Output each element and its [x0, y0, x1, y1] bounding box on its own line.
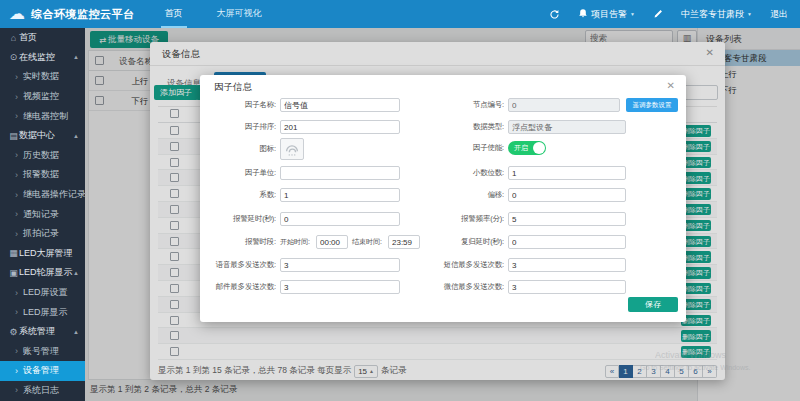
chevron-right-icon: ›: [15, 170, 18, 180]
sidebar-item-13[interactable]: ›LED屏设置: [0, 283, 85, 303]
sidebar-item-8[interactable]: ›继电器操作记录: [0, 185, 85, 205]
project-selector[interactable]: 中兰客专甘肃段 ▼: [681, 8, 752, 21]
led-icon: ▦: [8, 248, 19, 258]
end-time-label: 结束时间:: [352, 235, 382, 249]
wechat-max-label: 微信最多发送次数:: [426, 280, 504, 294]
factor-name-input[interactable]: [280, 98, 400, 112]
chevron-right-icon: ›: [15, 346, 18, 356]
start-time-input[interactable]: [316, 235, 348, 249]
factor-icon-label: 图标:: [202, 142, 276, 156]
topbar-right: 项目告警 ▼ 中兰客专甘肃段 ▼ 退出: [540, 0, 800, 28]
sidebar-item-11[interactable]: ▦LED大屏管理: [0, 244, 85, 264]
chevron-right-icon: ›: [15, 111, 18, 121]
chevron-right-icon: ›: [15, 307, 18, 317]
nav-bigscreen[interactable]: 大屏可视化: [213, 0, 266, 28]
brand-cloud-icon: ☁: [9, 0, 25, 28]
sidebar-item-7[interactable]: ›报警数据: [0, 165, 85, 185]
factor-modal-title: 因子信息: [214, 81, 252, 94]
sidebar-item-6[interactable]: ›历史数据: [0, 146, 85, 166]
sidebar-item-17[interactable]: ›设备管理: [0, 361, 85, 381]
sidebar-item-label: 设备管理: [23, 364, 59, 377]
decimals-input[interactable]: [508, 166, 626, 180]
sidebar-item-label: 抓拍记录: [23, 227, 59, 240]
chevron-right-icon: ›: [15, 366, 18, 376]
offset-input[interactable]: [508, 188, 626, 202]
sidebar-item-2[interactable]: ›实时数据: [0, 67, 85, 87]
sidebar-item-15[interactable]: ⚙系统管理▲: [0, 322, 85, 342]
project-alarm-menu[interactable]: 项目告警 ▼: [578, 8, 635, 21]
sidebar-item-label: 继电器控制: [23, 110, 68, 123]
sidebar-item-label: 通知记录: [23, 208, 59, 221]
sidebar-item-10[interactable]: ›抓拍记录: [0, 224, 85, 244]
sidebar-item-label: 实时数据: [23, 70, 59, 83]
chevron-down-icon: ▼: [747, 11, 752, 17]
logout-button[interactable]: 退出: [770, 8, 788, 21]
brand-title: 综合环境监控云平台: [31, 7, 135, 22]
signal-icon: [283, 142, 301, 157]
chevron-down-icon: ▼: [630, 11, 635, 17]
nav-home[interactable]: 首页: [161, 0, 187, 28]
sidebar-item-label: 继电器操作记录: [23, 188, 86, 201]
toggle-knob: [533, 142, 545, 154]
sidebar-item-0[interactable]: ⌂首页: [0, 28, 85, 48]
sidebar-item-label: 视频监控: [23, 90, 59, 103]
decimals-label: 小数位数:: [426, 166, 504, 180]
data-icon: ▤: [8, 131, 19, 141]
refresh-icon[interactable]: [549, 9, 560, 20]
sidebar-item-1[interactable]: ⊙在线监控▲: [0, 48, 85, 68]
chevron-up-icon: ▲: [73, 329, 79, 335]
alarm-frequency-label: 报警频率(分):: [426, 212, 504, 226]
sidebar-item-label: 报警数据: [23, 168, 59, 181]
chevron-right-icon: ›: [15, 209, 18, 219]
sidebar-item-label: LED屏显示: [23, 306, 68, 319]
sidebar-item-label: 历史数据: [23, 149, 59, 162]
sidebar-item-label: 数据中心: [19, 129, 55, 142]
sidebar-item-12[interactable]: ▣LED轮屏显示▲: [0, 263, 85, 283]
email-max-input[interactable]: [280, 280, 400, 294]
close-icon[interactable]: ✕: [667, 80, 675, 92]
save-button[interactable]: 保存: [628, 297, 678, 312]
reset-delay-label: 复归延时(秒):: [426, 235, 504, 249]
start-time-label: 开始时间:: [280, 235, 310, 249]
chevron-right-icon: ›: [15, 92, 18, 102]
reset-delay-input[interactable]: [508, 235, 626, 249]
voice-max-input[interactable]: [280, 258, 400, 272]
sidebar-item-label: LED轮屏显示: [19, 266, 73, 279]
voice-max-label: 语音最多发送次数:: [202, 258, 276, 272]
sidebar-item-label: 账号管理: [23, 345, 59, 358]
factor-unit-input[interactable]: [280, 166, 400, 180]
remote-param-settings-button[interactable]: 遥调参数设置: [626, 98, 678, 112]
home-icon: ⌂: [8, 33, 19, 43]
sidebar-item-14[interactable]: ›LED屏显示: [0, 302, 85, 322]
edit-icon[interactable]: [653, 9, 663, 19]
sidebar-item-5[interactable]: ▤数据中心▲: [0, 126, 85, 146]
sidebar-item-9[interactable]: ›通知记录: [0, 204, 85, 224]
sidebar-item-3[interactable]: ›视频监控: [0, 87, 85, 107]
project-selector-label: 中兰客专甘肃段: [681, 8, 744, 21]
sidebar-item-16[interactable]: ›账号管理: [0, 342, 85, 362]
chevron-up-icon: ▲: [73, 54, 79, 60]
chevron-right-icon: ›: [15, 288, 18, 298]
sidebar-item-18[interactable]: ›系统日志: [0, 381, 85, 401]
wechat-max-input[interactable]: [508, 280, 626, 294]
factor-name-label: 因子名称:: [202, 98, 276, 112]
data-type-input: [508, 120, 626, 134]
coefficient-input[interactable]: [280, 188, 400, 202]
sidebar: ⌂首页⊙在线监控▲›实时数据›视频监控›继电器控制▤数据中心▲›历史数据›报警数…: [0, 28, 85, 401]
app: ☁ 综合环境监控云平台 首页 大屏可视化 项目告警 ▼ 中兰客专甘肃段 ▼ 退出: [0, 0, 800, 401]
chevron-right-icon: ›: [15, 150, 18, 160]
gear-icon: ⚙: [8, 327, 19, 337]
sms-max-input[interactable]: [508, 258, 626, 272]
factor-icon-preview[interactable]: [280, 138, 304, 160]
factor-order-label: 因子排序:: [202, 120, 276, 134]
chevron-up-icon: ▲: [73, 270, 79, 276]
factor-order-input[interactable]: [280, 120, 400, 134]
alarm-period-label: 报警时段:: [202, 235, 276, 249]
end-time-input[interactable]: [388, 235, 420, 249]
alarm-frequency-input[interactable]: [508, 212, 626, 226]
factor-enable-toggle[interactable]: 开启: [508, 141, 546, 155]
sidebar-item-4[interactable]: ›继电器控制: [0, 106, 85, 126]
monitor-icon: ⊙: [8, 52, 19, 62]
alarm-delay-input[interactable]: [280, 212, 400, 226]
sidebar-item-label: LED大屏管理: [19, 247, 73, 260]
